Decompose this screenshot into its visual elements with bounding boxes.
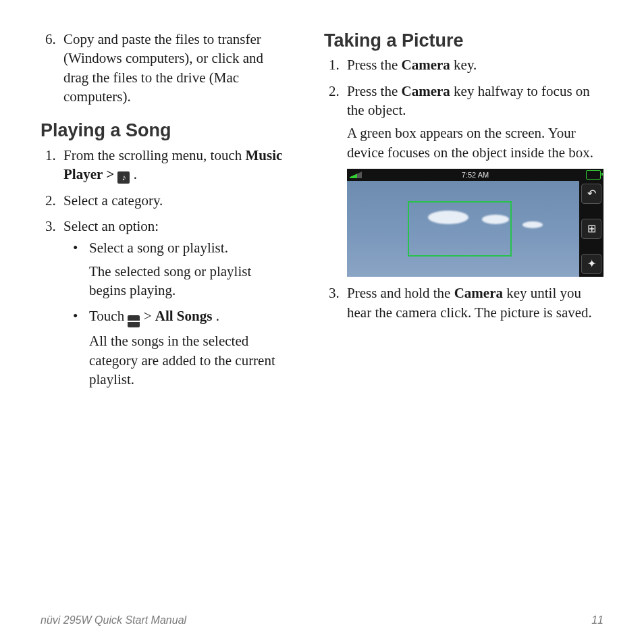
- option-all-songs-mid: >: [144, 308, 155, 324]
- page: Copy and paste the files to transfer (Wi…: [0, 0, 644, 644]
- music-note-icon: ♪: [117, 171, 130, 184]
- pic-step-3-bold: Camera: [454, 285, 503, 301]
- camera-viewfinder: [347, 181, 579, 277]
- pic-step-1: Press the Camera key.: [343, 55, 603, 74]
- camera-screenshot: 7:52 AM ↶ ⊞ ✦: [347, 169, 603, 277]
- option-all-songs-result: All the songs in the selected category a…: [89, 331, 292, 389]
- battery-icon: [586, 170, 601, 180]
- pic-step-3: Press and hold the Camera key until you …: [343, 284, 603, 322]
- cloud-decoration: [522, 221, 543, 228]
- menu-list-icon: [128, 315, 140, 327]
- back-icon: ↶: [587, 186, 596, 201]
- grid-icon: ⊞: [587, 221, 596, 236]
- flash-button[interactable]: ✦: [581, 254, 601, 274]
- play-step-3: Select an option: Select a song or playl…: [59, 217, 292, 389]
- page-footer: nüvi 295W Quick Start Manual 11: [41, 614, 603, 626]
- focus-box: [408, 201, 512, 257]
- option-select-song-text: Select a song or playlist.: [89, 240, 228, 256]
- play-step-2: Select a category.: [59, 191, 292, 210]
- step-6: Copy and paste the files to transfer (Wi…: [59, 30, 292, 106]
- camera-status-bar: 7:52 AM: [347, 169, 603, 181]
- back-button[interactable]: ↶: [581, 184, 601, 204]
- heading-playing-a-song: Playing a Song: [41, 118, 292, 142]
- play-step-1-pretext: From the scrolling menu, touch: [63, 147, 245, 163]
- taking-picture-steps: Press the Camera key. Press the Camera k…: [324, 55, 603, 321]
- pic-step-2-bold: Camera: [402, 83, 450, 99]
- footer-manual-title: nüvi 295W Quick Start Manual: [41, 614, 186, 626]
- continued-ordered-list: Copy and paste the files to transfer (Wi…: [41, 30, 292, 106]
- grid-button[interactable]: ⊞: [581, 219, 601, 239]
- right-column: Taking a Picture Press the Camera key. P…: [324, 28, 603, 609]
- play-step-2-text: Select a category.: [63, 192, 163, 209]
- option-all-songs: Touch > All Songs . All the songs in the…: [73, 306, 292, 389]
- camera-sidebar: ↶ ⊞ ✦: [579, 181, 603, 277]
- pic-step-1-pre: Press the: [347, 57, 402, 73]
- option-all-songs-pre: Touch: [89, 308, 128, 324]
- pic-step-1-post: key.: [454, 57, 477, 73]
- step-6-text: Copy and paste the files to transfer (Wi…: [63, 31, 263, 105]
- camera-time-label: 7:52 AM: [462, 170, 489, 180]
- play-step-3-options: Select a song or playlist. The selected …: [63, 238, 292, 389]
- playing-song-steps: From the scrolling menu, touch Music Pla…: [41, 146, 292, 389]
- pic-step-2-note: A green box appears on the screen. Your …: [347, 124, 603, 162]
- play-step-1: From the scrolling menu, touch Music Pla…: [59, 146, 292, 184]
- pic-step-2-pre: Press the: [347, 83, 402, 99]
- two-column-layout: Copy and paste the files to transfer (Wi…: [41, 28, 603, 609]
- pic-step-1-bold: Camera: [402, 57, 450, 73]
- play-step-3-text: Select an option:: [63, 218, 159, 234]
- footer-page-number: 11: [591, 614, 603, 626]
- pic-step-3-pre: Press and hold the: [347, 285, 454, 301]
- option-all-songs-bold: All Songs: [155, 308, 213, 324]
- flash-off-icon: ✦: [587, 257, 596, 271]
- pic-step-2: Press the Camera key halfway to focus on…: [343, 82, 603, 277]
- option-select-song: Select a song or playlist. The selected …: [73, 238, 292, 300]
- heading-taking-a-picture: Taking a Picture: [324, 28, 603, 53]
- play-step-1-post: .: [134, 166, 137, 182]
- left-column: Copy and paste the files to transfer (Wi…: [41, 28, 292, 609]
- option-all-songs-post: .: [216, 308, 219, 324]
- option-select-song-result: The selected song or playlist begins pla…: [89, 262, 292, 300]
- signal-icon: [350, 171, 362, 178]
